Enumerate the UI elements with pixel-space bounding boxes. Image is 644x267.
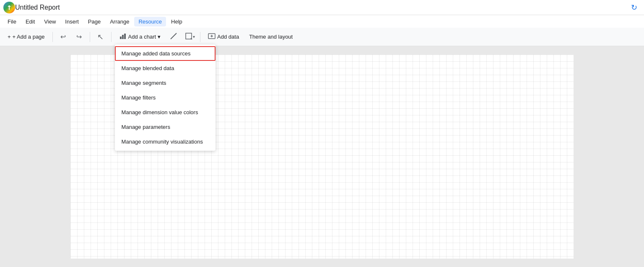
toolbar-divider-2 <box>90 32 90 42</box>
redo-button[interactable]: ↪ <box>72 30 86 44</box>
menu-page[interactable]: Page <box>84 17 105 26</box>
toolbar-divider-1 <box>52 32 53 42</box>
main-content <box>0 46 644 267</box>
title-bar: Untitled Report ↻ <box>0 0 644 15</box>
select-button[interactable]: ↖ <box>93 30 108 44</box>
undo-icon: ↩ <box>60 33 66 41</box>
toolbar: + + Add a page ↩ ↪ ↖ Add a chart ▾ <box>0 28 644 46</box>
shape-icon <box>184 32 193 42</box>
menu-resource[interactable]: Resource <box>134 17 166 26</box>
manage-segments-label: Manage segments <box>122 80 166 86</box>
add-data-icon <box>208 32 216 41</box>
resource-dropdown-menu: Manage added data sources Manage blended… <box>115 44 216 151</box>
toolbar-divider-3 <box>111 32 112 42</box>
menu-bar: File Edit View Insert Page Arrange Resou… <box>0 15 644 28</box>
menu-manage-dimension-colors[interactable]: Manage dimension value colors <box>115 105 216 120</box>
title-bar-actions: ↻ <box>627 1 641 14</box>
app-title: Untitled Report <box>15 4 60 11</box>
svg-line-3 <box>171 33 177 39</box>
menu-manage-filters[interactable]: Manage filters <box>115 90 216 105</box>
menu-manage-blended-data[interactable]: Manage blended data <box>115 61 216 76</box>
menu-manage-data-sources[interactable]: Manage added data sources <box>115 46 216 61</box>
chart-icon <box>119 32 127 41</box>
menu-help[interactable]: Help <box>167 17 187 26</box>
menu-arrange[interactable]: Arrange <box>106 17 133 26</box>
menu-manage-community-viz[interactable]: Manage community visualizations <box>115 134 216 149</box>
menu-manage-segments[interactable]: Manage segments <box>115 76 216 90</box>
add-page-label: + Add a page <box>13 34 45 40</box>
add-chart-label: Add a chart <box>128 34 156 40</box>
select-icon: ↖ <box>97 32 104 42</box>
manage-dimension-colors-label: Manage dimension value colors <box>122 109 198 115</box>
add-data-label: Add data <box>217 34 239 40</box>
app-logo <box>3 2 15 13</box>
manage-data-sources-label: Manage added data sources <box>122 50 191 57</box>
shape-tool-button[interactable]: ▾ <box>182 30 197 44</box>
add-chart-button[interactable]: Add a chart ▾ <box>115 30 165 44</box>
manage-blended-data-label: Manage blended data <box>122 65 174 71</box>
theme-layout-label: Theme and layout <box>249 34 293 40</box>
line-icon <box>169 32 178 42</box>
redo-icon: ↪ <box>76 33 82 41</box>
svg-rect-4 <box>186 33 192 39</box>
refresh-button[interactable]: ↻ <box>627 1 641 14</box>
manage-parameters-label: Manage parameters <box>122 124 170 130</box>
canvas-area <box>0 46 644 267</box>
svg-rect-1 <box>122 35 124 39</box>
menu-edit[interactable]: Edit <box>21 17 39 26</box>
manage-community-viz-label: Manage community visualizations <box>122 139 203 145</box>
svg-rect-2 <box>124 34 126 39</box>
menu-manage-parameters[interactable]: Manage parameters <box>115 120 216 134</box>
shape-chevron-icon: ▾ <box>193 34 195 39</box>
theme-layout-button[interactable]: Theme and layout <box>245 31 297 42</box>
toolbar-divider-4 <box>200 32 200 42</box>
undo-button[interactable]: ↩ <box>56 30 70 44</box>
add-page-button[interactable]: + + Add a page <box>3 31 49 42</box>
menu-insert[interactable]: Insert <box>61 17 83 26</box>
line-tool-button[interactable] <box>166 30 181 44</box>
add-data-button[interactable]: Add data <box>204 30 243 44</box>
menu-file[interactable]: File <box>3 17 21 26</box>
refresh-icon: ↻ <box>631 3 637 12</box>
add-chart-chevron-icon: ▾ <box>158 34 161 40</box>
svg-rect-0 <box>120 37 122 39</box>
add-page-icon: + <box>8 34 11 40</box>
manage-filters-label: Manage filters <box>122 94 156 101</box>
menu-view[interactable]: View <box>40 17 60 26</box>
resource-dropdown-area: Add a chart ▾ Manage added data sources … <box>115 30 165 44</box>
